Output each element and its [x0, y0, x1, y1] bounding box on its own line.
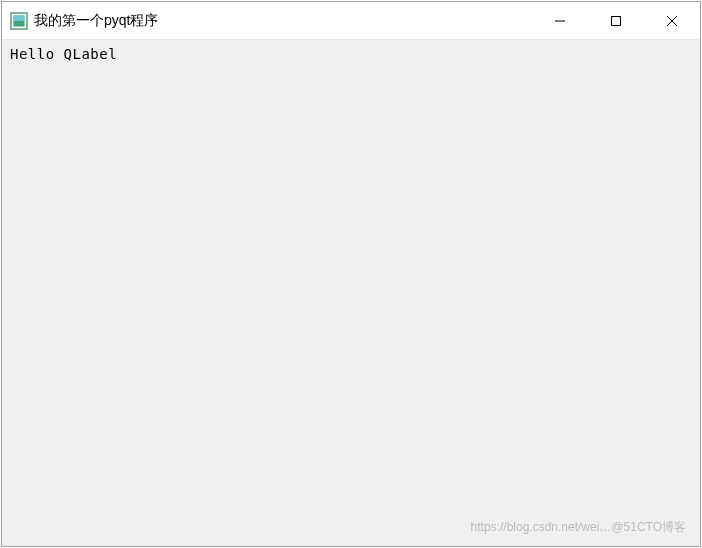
window-title: 我的第一个pyqt程序	[34, 12, 532, 30]
minimize-button[interactable]	[532, 2, 588, 39]
svg-rect-4	[612, 16, 621, 25]
client-area: Hello QLabel https://blog.csdn.net/wei…@…	[2, 40, 700, 546]
hello-label: Hello QLabel	[10, 46, 692, 62]
maximize-icon	[610, 15, 622, 27]
close-button[interactable]	[644, 2, 700, 39]
application-window: 我的第一个pyqt程序 Hello QLabel https://blo	[1, 1, 701, 547]
maximize-button[interactable]	[588, 2, 644, 39]
svg-rect-2	[14, 15, 25, 21]
minimize-icon	[554, 15, 566, 27]
window-controls	[532, 2, 700, 39]
titlebar[interactable]: 我的第一个pyqt程序	[2, 2, 700, 40]
app-icon	[10, 12, 28, 30]
close-icon	[666, 15, 678, 27]
watermark-text: https://blog.csdn.net/wei…@51CTO博客	[471, 519, 686, 536]
